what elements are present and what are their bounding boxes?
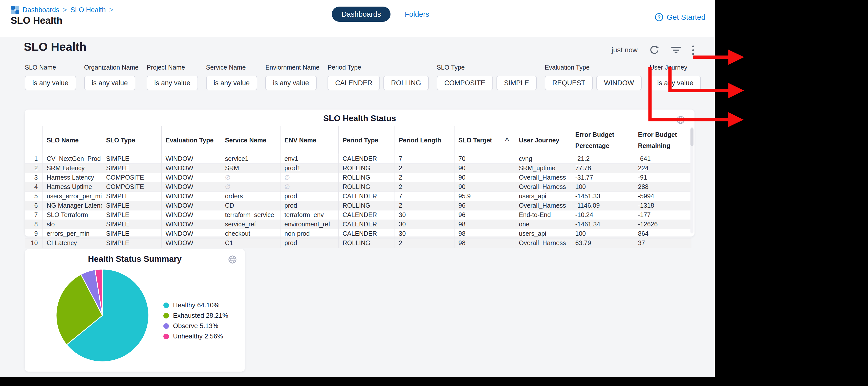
filter-group: SLO TypeCOMPOSITESIMPLE (437, 64, 537, 90)
filter-value-button[interactable]: COMPOSITE (437, 76, 493, 90)
table-cell: WINDOW (161, 210, 221, 219)
table-cell: errors_per_min (42, 229, 102, 238)
table-cell: ∅ (221, 182, 280, 191)
filter-group: Enviornment Nameis any value (265, 64, 319, 90)
table-cell: -10.24 (571, 210, 634, 219)
table-cell: slo (42, 219, 102, 229)
legend-item[interactable]: Unhealthy 2.56% (163, 332, 228, 340)
table-cell: CD (221, 201, 280, 210)
table-cell: End-to-End (515, 210, 571, 219)
table-cell: Overall_Harness (515, 173, 571, 182)
table-cell: 98 (454, 238, 515, 248)
top-bar: Dashboards > SLO Health > SLO Health Das… (0, 0, 715, 37)
table-cell: ROLLING (338, 182, 395, 191)
filter-group: SLO Nameis any value (25, 64, 76, 90)
table-row[interactable]: 6NG Manager LatencySIMPLEWINDOWCDprodROL… (25, 201, 691, 210)
filter-group: Service Nameis any value (206, 64, 257, 90)
filter-value-button[interactable]: is any value (25, 76, 76, 90)
table-cell: WINDOW (161, 173, 221, 182)
table-cell: 77.78 (571, 164, 634, 173)
table-cell: WINDOW (161, 229, 221, 238)
table-cell: orders (221, 191, 280, 201)
column-header[interactable]: Error Budget Percentage (571, 126, 634, 154)
column-header[interactable]: SLO Type (102, 126, 161, 154)
table-cell: 90 (454, 182, 515, 191)
table-cell: -5994 (634, 191, 691, 201)
row-number: 5 (25, 191, 42, 201)
question-circle-icon: ? (655, 13, 664, 22)
filter-value-button[interactable]: is any value (84, 76, 135, 90)
filter-value-button[interactable]: SIMPLE (496, 76, 537, 90)
table-row[interactable]: 10CI LatencySIMPLEWINDOWC1prodROLLING298… (25, 238, 691, 248)
legend-label: Unhealthy 2.56% (173, 332, 223, 340)
table-row[interactable]: 2SRM LatencySIMPLEWINDOWSRMprod1ROLLING2… (25, 164, 691, 173)
pie-chart[interactable] (55, 268, 150, 362)
table-cell: users_api (515, 229, 571, 238)
column-header[interactable]: User Journey (515, 126, 571, 154)
filter-value-button[interactable]: is any value (265, 76, 317, 90)
tab-folders[interactable]: Folders (405, 10, 429, 19)
table-cell: ∅ (280, 173, 338, 182)
filter-value-button[interactable]: REQUEST (545, 76, 593, 90)
sort-asc-icon[interactable]: ^ (505, 135, 509, 146)
table-row[interactable]: 9errors_per_minSIMPLEWINDOWcheckoutnon-p… (25, 229, 691, 238)
filter-value-button[interactable]: is any value (206, 76, 257, 90)
table-row[interactable]: 4Harness UptimeCOMPOSITEWINDOW∅∅ROLLING2… (25, 182, 691, 191)
filter-group: Organization Nameis any value (84, 64, 138, 90)
table-cell: 2 (395, 173, 454, 182)
table-cell: 2 (395, 164, 454, 173)
table-row[interactable]: 8sloSIMPLEWINDOWservice_refenvironment_r… (25, 219, 691, 229)
globe-icon[interactable] (228, 255, 237, 264)
table-cell: one (515, 219, 571, 229)
legend-item[interactable]: Exhausted 28.21% (163, 311, 228, 320)
table-row[interactable]: 3Harness LatencyCOMPOSITEWINDOW∅∅ROLLING… (25, 173, 691, 182)
filter-label: Enviornment Name (265, 64, 319, 71)
filter-value-button[interactable]: CALENDER (328, 76, 380, 90)
column-header[interactable]: SLO Target^ (454, 126, 515, 154)
pie-title: Health Status Summary (25, 254, 245, 264)
annotation-arrows (642, 47, 751, 133)
legend-item[interactable]: Healthy 64.10% (163, 301, 228, 309)
table-cell: -1461.34 (571, 219, 634, 229)
table-cell: 70 (454, 154, 515, 164)
filter-group: Evaluation TypeREQUESTWINDOW (545, 64, 642, 90)
filter-value-button[interactable]: ROLLING (383, 76, 429, 90)
table-cell: terraform_env (280, 210, 338, 219)
legend-dot-icon (163, 323, 169, 329)
tab-dashboards[interactable]: Dashboards (332, 7, 391, 22)
table-cell: NG Manager Latency (42, 201, 102, 210)
table-cell: ∅ (221, 173, 280, 182)
table-cell: Overall_Harness (515, 182, 571, 191)
table-cell: 98 (454, 229, 515, 238)
table-row[interactable]: 7SLO TerraformSIMPLEWINDOWterraform_serv… (25, 210, 691, 219)
table-cell: prod (280, 201, 338, 210)
table-cell: prod1 (280, 164, 338, 173)
table-cell: -91 (634, 173, 691, 182)
table-cell: terraform_service (221, 210, 280, 219)
filter-value-button[interactable]: WINDOW (596, 76, 641, 90)
table-row[interactable]: 1CV_NextGen_ProdSIMPLEWINDOWservice1env1… (25, 154, 691, 164)
table-cell: users_api (515, 191, 571, 201)
table-cell: -21.2 (571, 154, 634, 164)
get-started-link[interactable]: ? Get Started (655, 13, 705, 22)
table-cell: service1 (221, 154, 280, 164)
breadcrumb-dashboards[interactable]: Dashboards (23, 6, 59, 14)
table-cell: 288 (634, 182, 691, 191)
column-header[interactable]: Period Length (395, 126, 454, 154)
filter-value-button[interactable]: is any value (147, 76, 198, 90)
table-row[interactable]: 5users_error_per_minSIMPLEWINDOWorderspr… (25, 191, 691, 201)
legend-item[interactable]: Observe 5.13% (163, 322, 228, 330)
table-cell: SIMPLE (102, 201, 161, 210)
column-header[interactable]: ENV Name (280, 126, 338, 154)
column-header[interactable]: Period Type (338, 126, 395, 154)
breadcrumb-separator: > (109, 6, 113, 14)
breadcrumb-slo-health[interactable]: SLO Health (70, 6, 106, 14)
table-cell: 30 (395, 210, 454, 219)
column-header[interactable]: SLO Name (42, 126, 102, 154)
table-scrollbar[interactable] (690, 127, 693, 234)
table-cell: environment_ref (280, 219, 338, 229)
table-cell: 96 (454, 201, 515, 210)
column-header[interactable]: Evaluation Type (161, 126, 221, 154)
column-header[interactable]: Service Name (221, 126, 280, 154)
row-number: 8 (25, 219, 42, 229)
